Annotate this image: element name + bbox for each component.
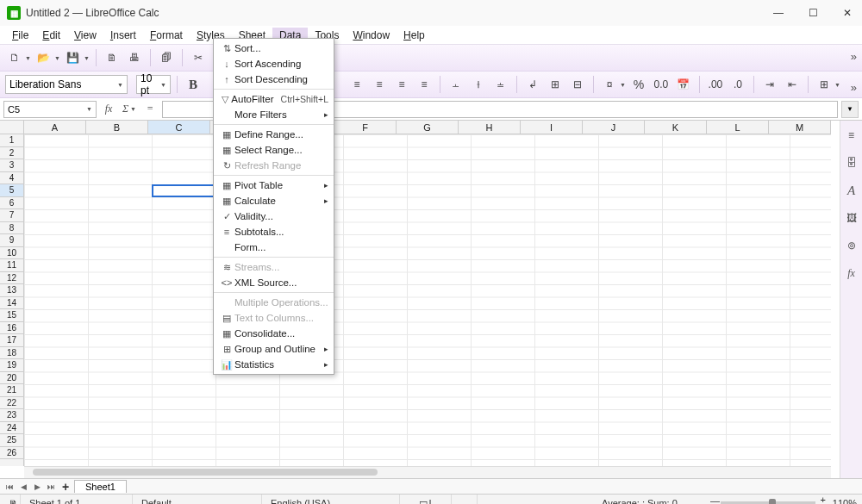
font-size-combo[interactable]: 10 pt▼ [136,75,171,94]
row-header[interactable]: 23 [0,409,23,422]
menu-item-sort-ascending[interactable]: ↓Sort Ascending [214,56,334,72]
align-justify-button[interactable]: ≡ [415,75,434,94]
column-header[interactable]: L [707,121,769,134]
menu-file[interactable]: File [5,28,35,43]
row-header[interactable]: 26 [0,447,23,460]
new-doc-button[interactable]: 🗋 [5,48,24,67]
currency-button[interactable]: ¤ [600,75,619,94]
column-header[interactable]: M [769,121,831,134]
increase-indent-button[interactable]: ⇥ [760,75,779,94]
close-button[interactable]: ✕ [840,5,855,21]
navigator-icon[interactable]: ⊚ [844,238,859,253]
cut-button[interactable]: ✂ [189,48,208,67]
row-header[interactable]: 10 [0,247,23,260]
menu-item-group-and-outline[interactable]: ⊞Group and Outline▸ [214,341,334,357]
row-header[interactable]: 16 [0,322,23,335]
decrease-indent-button[interactable]: ⇤ [783,75,802,94]
menu-help[interactable]: Help [397,28,432,43]
cells-area[interactable] [24,134,831,466]
toolbar-overflow-icon[interactable]: » [851,50,857,63]
align-bottom-button[interactable]: ⫨ [491,75,510,94]
minimize-button[interactable]: — [771,5,786,21]
column-header[interactable]: J [583,121,645,134]
row-header[interactable]: 6 [0,197,23,210]
align-center-button[interactable]: ≡ [370,75,389,94]
row-header[interactable]: 5 [0,184,23,197]
row-header[interactable]: 7 [0,209,23,222]
maximize-button[interactable]: ☐ [805,5,821,21]
column-header[interactable]: I [521,121,583,134]
row-header[interactable]: 4 [0,172,23,185]
column-header[interactable]: C [148,121,210,134]
functions-icon[interactable]: fx [844,265,859,281]
menu-item-xml-source[interactable]: <>XML Source... [214,275,334,290]
formula-expand-button[interactable]: ▼ [841,101,859,118]
menu-item-define-range[interactable]: ▦Define Range... [214,127,334,142]
row-header[interactable]: 13 [0,284,23,297]
row-header[interactable]: 17 [0,334,23,347]
menu-item-select-range[interactable]: ▦Select Range... [214,142,334,158]
font-name-combo[interactable]: Liberation Sans▼ [5,75,128,94]
menu-item-calculate[interactable]: ▦Calculate▸ [214,193,334,208]
row-header[interactable]: 15 [0,309,23,322]
print-preview-button[interactable]: 🗐 [157,48,176,67]
function-wizard-button[interactable]: fx [100,101,117,118]
row-header[interactable]: 19 [0,359,23,372]
menu-item-more-filters[interactable]: More Filters▸ [214,107,334,122]
last-sheet-button[interactable]: ⏭ [45,481,57,493]
menu-insert[interactable]: Insert [103,28,143,43]
formatting-overflow-icon[interactable]: » [851,81,857,94]
print-button[interactable]: 🖶 [125,48,144,67]
zoom-slider[interactable] [721,501,815,505]
row-header[interactable]: 12 [0,272,23,285]
percent-button[interactable]: % [629,75,648,94]
column-header[interactable]: H [459,121,521,134]
add-decimal-button[interactable]: .00 [706,75,725,94]
gallery-icon[interactable]: 🖼 [844,210,859,226]
row-header[interactable]: 11 [0,259,23,272]
align-middle-button[interactable]: ⫲ [469,75,488,94]
formula-button[interactable]: = [141,101,159,118]
cell-summary[interactable]: Average: ; Sum: 0 [593,495,714,504]
menu-item-consolidate[interactable]: ▦Consolidate... [214,326,334,341]
menu-item-sort[interactable]: ⇅Sort... [214,40,334,56]
align-left-button[interactable]: ≡ [347,75,366,94]
first-sheet-button[interactable]: ⏮ [3,481,16,493]
bold-button[interactable]: B [184,75,203,94]
menu-window[interactable]: Window [346,28,397,43]
language[interactable]: English (USA) [262,495,400,504]
insert-mode[interactable]: ▭I [400,495,452,504]
row-header[interactable]: 8 [0,222,23,235]
menu-item-pivot-table[interactable]: ▦Pivot Table▸ [214,177,334,193]
open-button[interactable]: 📂 [34,48,53,67]
row-header[interactable]: 9 [0,234,23,247]
row-header[interactable]: 20 [0,372,23,385]
column-header[interactable]: G [397,121,459,134]
row-header[interactable]: 14 [0,297,23,310]
sum-button[interactable]: Σ▼ [121,101,138,118]
horizontal-scrollbar[interactable] [24,466,831,478]
styles-icon[interactable]: A [844,183,859,198]
cell-style[interactable]: Default [133,495,262,504]
menu-item-autofilter[interactable]: ▽AutoFilterCtrl+Shift+L [214,91,334,107]
name-box[interactable]: C5▼ [3,101,97,118]
active-cell[interactable] [152,184,216,197]
row-header[interactable]: 22 [0,397,23,410]
save-status-icon[interactable]: 🗎 [5,495,21,504]
select-all-corner[interactable] [0,121,24,134]
align-top-button[interactable]: ⫠ [447,75,465,94]
sidebar-menu-icon[interactable]: ≡ [844,128,859,143]
save-button[interactable]: 💾 [64,48,83,67]
wrap-text-button[interactable]: ↲ [523,75,542,94]
row-header[interactable]: 2 [0,147,23,160]
menu-item-validity[interactable]: ✓Validity... [214,208,334,224]
number-button[interactable]: 0.0 [652,75,671,94]
row-header[interactable]: 18 [0,347,23,360]
menu-format[interactable]: Format [143,28,190,43]
row-header[interactable]: 1 [0,134,23,147]
menu-item-subtotals[interactable]: ≡Subtotals... [214,224,334,240]
column-header[interactable]: F [334,121,397,134]
menu-item-statistics[interactable]: 📊Statistics▸ [214,357,334,372]
column-header[interactable]: B [86,121,148,134]
date-button[interactable]: 📅 [674,75,693,94]
